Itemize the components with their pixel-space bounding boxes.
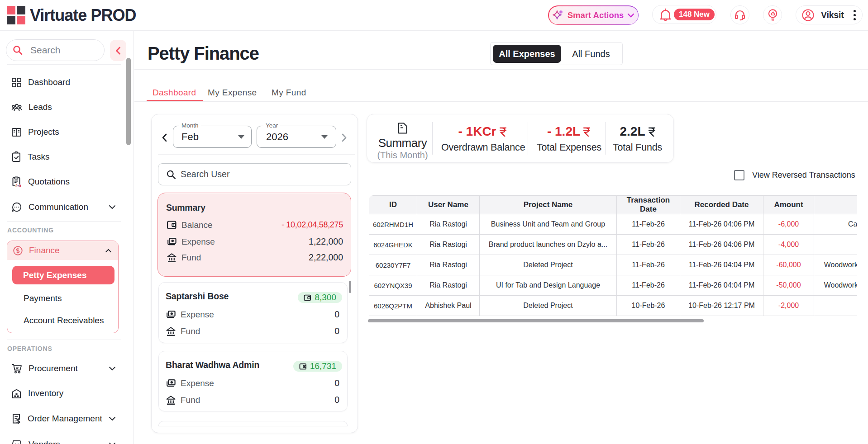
svg-text:2.0: 2.0 <box>15 184 21 188</box>
